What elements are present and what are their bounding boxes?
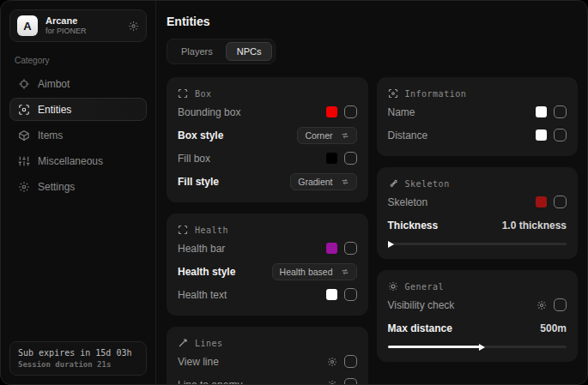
row-thickness: Thickness 1.0 thickness — [388, 215, 567, 235]
cycle-icon — [341, 268, 349, 276]
card-health: Health Health bar Health style Health ba… — [167, 214, 368, 316]
color-swatch[interactable] — [536, 106, 547, 117]
health-style-dropdown[interactable]: Health based — [272, 263, 357, 280]
row-config-gear-icon[interactable] — [536, 300, 547, 310]
row-config-gear-icon[interactable] — [327, 380, 337, 385]
row-bounding-box: Bounding box — [178, 102, 357, 122]
distance-checkbox[interactable] — [554, 129, 567, 141]
tab-group: Players NPCs — [167, 39, 276, 64]
category-label: Category — [15, 56, 142, 65]
tab-npcs[interactable]: NPCs — [226, 42, 273, 61]
row-health-style: Health style Health based — [178, 262, 357, 281]
card-general-header: General — [388, 281, 567, 292]
card-title: Health — [195, 226, 228, 235]
row-label: Health style — [178, 266, 235, 278]
card-lines: Lines View line — [167, 327, 368, 384]
card-title: Information — [405, 89, 467, 99]
cycle-icon — [341, 131, 349, 140]
slider-thumb[interactable] — [479, 344, 485, 351]
app-name: Arcane — [45, 15, 87, 27]
sidebar-item-label: Items — [38, 129, 63, 141]
sidebar-item-label: Entities — [38, 104, 71, 116]
color-swatch[interactable] — [326, 289, 337, 300]
sub-expiry-text: Sub expires in 15d 03h — [18, 348, 138, 358]
row-health-bar: Health bar — [178, 238, 357, 258]
row-fill-box: Fill box — [178, 148, 357, 168]
color-swatch[interactable] — [326, 106, 337, 117]
color-swatch[interactable] — [536, 196, 547, 208]
row-config-gear-icon[interactable] — [327, 357, 337, 367]
sidebar-item-label: Aimbot — [38, 78, 70, 90]
row-label: View line — [178, 356, 219, 368]
sidebar-item-miscellaneous[interactable]: Miscellaneous — [9, 149, 147, 172]
sidebar-nav: Aimbot Entities Items — [9, 72, 147, 198]
row-fill-style: Fill style Gradient — [178, 171, 357, 191]
sliders-icon — [18, 155, 30, 167]
sidebar-item-entities[interactable]: Entities — [9, 98, 147, 121]
row-label: Line to enemy — [178, 379, 242, 385]
line-to-enemy-checkbox[interactable] — [344, 378, 357, 384]
page-title: Entities — [167, 15, 578, 28]
dropdown-value: Health based — [280, 267, 333, 277]
card-title: Box — [195, 89, 212, 99]
entities-icon — [18, 104, 30, 116]
card-information-header: Information — [388, 88, 567, 99]
row-max-distance: Max distance 500m — [388, 318, 567, 338]
sidebar-item-items[interactable]: Items — [9, 123, 147, 147]
fill-style-dropdown[interactable]: Gradient — [290, 173, 356, 190]
box-style-dropdown[interactable]: Corner — [297, 127, 356, 144]
row-label: Max distance — [388, 322, 452, 334]
dropdown-value: Corner — [305, 130, 332, 141]
app-window: A Arcane for PIONER Category Aimbot — [0, 0, 588, 385]
settings-gear-icon[interactable] — [128, 21, 139, 32]
sidebar-item-label: Settings — [38, 181, 75, 193]
app-logo: A — [17, 15, 38, 36]
dropdown-value: Gradient — [298, 177, 332, 187]
row-label: Name — [388, 106, 415, 118]
bounding-box-checkbox[interactable] — [344, 105, 357, 118]
main-panel: Entities Players NPCs Box — [156, 1, 587, 384]
view-line-checkbox[interactable] — [344, 355, 357, 368]
color-swatch[interactable] — [326, 153, 337, 164]
diagonal-line-icon — [178, 338, 188, 348]
sidebar-item-settings[interactable]: Settings — [9, 175, 147, 198]
left-column: Box Bounding box Box style Corner — [167, 77, 368, 384]
session-duration-text: Session duration 21s — [18, 360, 138, 369]
cycle-icon — [341, 177, 349, 186]
tab-players[interactable]: Players — [170, 42, 224, 61]
row-name: Name — [388, 102, 567, 122]
scan-brackets-icon — [178, 225, 188, 235]
card-information: Information Name Distance — [377, 77, 579, 156]
row-label: Health bar — [178, 243, 225, 255]
thickness-slider[interactable] — [388, 240, 567, 248]
row-label: Visibility check — [388, 299, 455, 311]
name-checkbox[interactable] — [554, 105, 567, 118]
sidebar: A Arcane for PIONER Category Aimbot — [1, 1, 156, 384]
visibility-check-checkbox[interactable] — [554, 298, 567, 311]
skeleton-checkbox[interactable] — [554, 196, 567, 208]
row-box-style: Box style Corner — [178, 125, 357, 145]
fill-box-checkbox[interactable] — [344, 152, 357, 165]
row-label: Fill box — [178, 153, 210, 165]
health-text-checkbox[interactable] — [344, 288, 357, 301]
row-label: Fill style — [178, 176, 219, 188]
row-label: Thickness — [388, 220, 439, 232]
card-skeleton-header: Skeleton — [388, 178, 567, 189]
color-swatch[interactable] — [536, 129, 547, 141]
row-skeleton: Skeleton — [388, 192, 567, 212]
max-distance-slider[interactable] — [388, 343, 567, 351]
card-box-header: Box — [178, 88, 357, 99]
row-view-line: View line — [178, 352, 357, 371]
row-line-to-enemy: Line to enemy — [178, 375, 357, 384]
sidebar-item-label: Miscellaneous — [38, 155, 103, 167]
color-swatch[interactable] — [326, 243, 337, 254]
subscription-info-card: Sub expires in 15d 03h Session duration … — [9, 341, 147, 376]
health-bar-checkbox[interactable] — [344, 242, 357, 255]
sidebar-item-aimbot[interactable]: Aimbot — [9, 72, 147, 95]
app-header-card: A Arcane for PIONER — [9, 9, 147, 42]
row-label: Box style — [178, 129, 223, 141]
app-subtitle: for PIONER — [45, 27, 87, 36]
row-visibility-check: Visibility check — [388, 295, 567, 315]
slider-thumb[interactable] — [388, 241, 394, 248]
sun-icon — [388, 281, 398, 292]
